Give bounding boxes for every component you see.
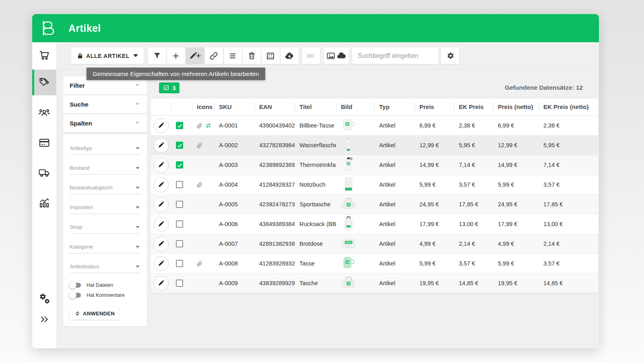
filter-button[interactable] xyxy=(148,47,166,64)
preis-netto-cell: 6,99 € xyxy=(493,122,539,129)
ek-preis-netto-cell: 13,00 € xyxy=(539,221,598,227)
sku-cell: A-0005 xyxy=(214,201,254,208)
row-checkbox[interactable] xyxy=(176,220,183,228)
product-image-thermos xyxy=(340,157,357,173)
typ-cell: Artikel xyxy=(374,181,415,188)
sidebar-item-payments[interactable] xyxy=(32,130,56,156)
truck-icon xyxy=(38,167,51,179)
section-spalten[interactable]: Spalten xyxy=(63,114,147,132)
edit-row-button[interactable] xyxy=(154,158,169,173)
plus-button[interactable] xyxy=(167,47,185,64)
link-button[interactable] xyxy=(205,47,223,64)
typ-cell: Artikel xyxy=(374,142,415,148)
toggle-hat-kommentare[interactable] xyxy=(70,292,82,298)
row-checkbox[interactable] xyxy=(176,142,183,149)
preis-netto-cell: 4,99 € xyxy=(493,241,539,247)
image-cloud-button[interactable] xyxy=(324,47,349,64)
apply-button[interactable]: ANWENDEN xyxy=(70,307,120,320)
row-checkbox[interactable] xyxy=(176,240,183,247)
column-header-typ: Typ xyxy=(374,102,415,112)
section-suche[interactable]: Suche xyxy=(63,95,147,113)
search-input[interactable] xyxy=(352,47,438,64)
row-checkbox[interactable] xyxy=(176,280,183,287)
product-image-mug-green xyxy=(340,255,357,272)
toggle-hat-dateien[interactable] xyxy=(70,282,82,288)
bestandsabgleich-select[interactable]: Bestandsabgleich xyxy=(70,184,140,194)
sidebar-item-articles[interactable] xyxy=(32,70,56,95)
ean-cell: 423898923899 xyxy=(254,162,295,168)
caret-down-icon xyxy=(136,147,140,150)
apply-button-label: ANWENDEN xyxy=(83,311,115,317)
sidebar xyxy=(32,42,56,348)
tooltip: Gemeinsame Eigenschaften von mehreren Ar… xyxy=(87,68,265,80)
typ-cell: Artikel xyxy=(374,162,415,168)
sidebar-item-expand[interactable] xyxy=(32,306,56,332)
artikelstatus-select[interactable]: Artikelstatus xyxy=(70,263,140,273)
edit-row-button[interactable] xyxy=(154,197,169,212)
shop-select[interactable]: Shop xyxy=(70,223,140,234)
attachment-icon xyxy=(196,122,203,129)
column-header-titel: Titel xyxy=(295,102,336,112)
cart-icon xyxy=(38,49,50,61)
results-bar: 3 Gefundene Datensätze: 12 xyxy=(159,81,583,95)
sku-cell: A-0002 xyxy=(214,142,254,148)
table-settings-button[interactable] xyxy=(441,47,459,64)
ek-preis-cell: 2,14 € xyxy=(454,241,493,247)
chevrons-right-icon xyxy=(39,314,50,325)
titel-cell: Thermotrinkfasche xyxy=(295,162,336,168)
ean-cell: 432782839849 xyxy=(254,142,295,148)
scope-selector-button[interactable]: ALLE ARTIKEL xyxy=(71,47,144,64)
card-icon xyxy=(38,137,50,149)
trash-button[interactable] xyxy=(243,47,261,64)
preis-cell: 12,99 € xyxy=(415,142,454,148)
edit-row-button[interactable] xyxy=(154,276,169,291)
column-header-ek-preis-netto-: EK Preis (netto) xyxy=(539,102,598,112)
attachment-icon xyxy=(196,260,203,267)
edit-row-button[interactable] xyxy=(154,177,169,192)
ean-cell: 412849283278 xyxy=(254,181,295,188)
row-checkbox[interactable] xyxy=(176,201,183,208)
edit-row-button[interactable] xyxy=(154,138,169,153)
product-image-lunchbox xyxy=(340,236,357,252)
table-row: A-0003423898923899ThermotrinkfascheArtik… xyxy=(151,155,598,175)
preis-netto-cell: 19,95 € xyxy=(493,280,539,286)
edit-add-button[interactable] xyxy=(186,47,204,64)
sidebar-item-customers[interactable] xyxy=(32,100,56,125)
titel-cell: Tasse xyxy=(295,260,336,267)
ek-preis-cell: 5,95 € xyxy=(454,142,493,148)
selected-count-badge[interactable]: 3 xyxy=(159,82,180,93)
row-checkbox[interactable] xyxy=(176,122,183,129)
gears-icon xyxy=(37,292,51,305)
importiert-select[interactable]: Importiert xyxy=(70,204,140,214)
bestand-select[interactable]: Bestand xyxy=(70,164,140,175)
edit-row-button[interactable] xyxy=(154,118,169,133)
barcode-button[interactable] xyxy=(302,47,320,64)
sidebar-item-orders[interactable] xyxy=(32,42,56,68)
artikeltyp-select[interactable]: Artikeltyp xyxy=(70,144,140,155)
edit-row-button[interactable] xyxy=(154,256,169,271)
sidebar-item-shipping[interactable] xyxy=(32,160,56,185)
cloud-download-button[interactable] xyxy=(281,47,299,64)
lock-icon xyxy=(77,53,83,59)
table-row: A-0007428913829389BrotdoseArtikel4,99 €2… xyxy=(151,234,598,254)
found-records-label: Gefundene Datensätze: 12 xyxy=(505,84,583,91)
row-checkbox[interactable] xyxy=(176,161,183,169)
ean-cell: 423924782738 xyxy=(254,201,295,208)
menu-button[interactable] xyxy=(224,47,242,64)
caret-down-icon xyxy=(136,246,140,248)
row-checkbox[interactable] xyxy=(176,260,183,267)
shelf-button[interactable] xyxy=(262,47,280,64)
edit-row-button[interactable] xyxy=(154,217,169,232)
ek-preis-cell: 3,57 € xyxy=(454,260,493,267)
caret-down-icon xyxy=(136,187,140,189)
edit-row-button[interactable] xyxy=(154,237,169,251)
kategorie-select[interactable]: Kategorie xyxy=(70,243,140,253)
ek-preis-cell: 13,00 € xyxy=(454,221,493,227)
image-cloud-icon xyxy=(326,51,346,61)
table-header: IconsSKUEANTitelBildTypPreisEK PreisPrei… xyxy=(151,99,598,116)
ean-cell: 439004394023 xyxy=(254,122,295,129)
sidebar-item-statistics[interactable] xyxy=(32,190,56,216)
chart-icon xyxy=(38,197,50,209)
row-checkbox[interactable] xyxy=(176,181,183,188)
link-icon xyxy=(209,51,218,60)
